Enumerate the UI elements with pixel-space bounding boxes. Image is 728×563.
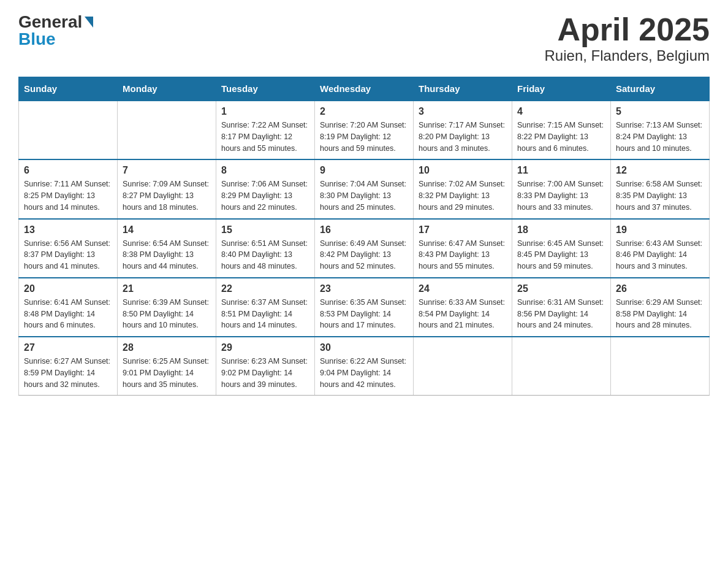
day-info: Sunrise: 7:17 AM Sunset: 8:20 PM Dayligh… bbox=[419, 120, 507, 154]
calendar-cell: 28Sunrise: 6:25 AM Sunset: 9:01 PM Dayli… bbox=[118, 337, 216, 396]
calendar-cell: 30Sunrise: 6:22 AM Sunset: 9:04 PM Dayli… bbox=[315, 337, 414, 396]
day-info: Sunrise: 6:25 AM Sunset: 9:01 PM Dayligh… bbox=[123, 356, 211, 390]
day-info: Sunrise: 6:45 AM Sunset: 8:45 PM Dayligh… bbox=[517, 238, 605, 272]
day-number: 6 bbox=[24, 165, 112, 176]
day-number: 1 bbox=[221, 106, 309, 117]
day-number: 13 bbox=[24, 224, 112, 236]
day-number: 22 bbox=[221, 283, 309, 294]
col-sunday: Sunday bbox=[19, 77, 118, 101]
day-number: 17 bbox=[419, 224, 507, 236]
calendar-cell: 19Sunrise: 6:43 AM Sunset: 8:46 PM Dayli… bbox=[611, 219, 710, 278]
calendar-cell bbox=[611, 337, 710, 396]
day-info: Sunrise: 6:47 AM Sunset: 8:43 PM Dayligh… bbox=[419, 238, 507, 272]
day-number: 12 bbox=[616, 165, 704, 176]
calendar-week-3: 13Sunrise: 6:56 AM Sunset: 8:37 PM Dayli… bbox=[19, 219, 710, 278]
day-number: 5 bbox=[616, 106, 704, 117]
day-info: Sunrise: 6:56 AM Sunset: 8:37 PM Dayligh… bbox=[24, 238, 112, 272]
calendar-cell: 16Sunrise: 6:49 AM Sunset: 8:42 PM Dayli… bbox=[315, 219, 414, 278]
col-wednesday: Wednesday bbox=[315, 77, 414, 101]
day-number: 9 bbox=[320, 165, 408, 176]
col-thursday: Thursday bbox=[414, 77, 512, 101]
day-info: Sunrise: 7:04 AM Sunset: 8:30 PM Dayligh… bbox=[320, 178, 408, 213]
day-number: 21 bbox=[123, 283, 211, 294]
day-info: Sunrise: 6:35 AM Sunset: 8:53 PM Dayligh… bbox=[320, 297, 408, 331]
col-saturday: Saturday bbox=[611, 77, 710, 101]
day-number: 25 bbox=[517, 283, 605, 294]
day-info: Sunrise: 7:09 AM Sunset: 8:27 PM Dayligh… bbox=[123, 178, 211, 213]
calendar-cell: 21Sunrise: 6:39 AM Sunset: 8:50 PM Dayli… bbox=[118, 278, 216, 337]
calendar-cell bbox=[118, 101, 216, 159]
col-friday: Friday bbox=[512, 77, 611, 101]
calendar-cell: 18Sunrise: 6:45 AM Sunset: 8:45 PM Dayli… bbox=[512, 219, 611, 278]
day-info: Sunrise: 6:22 AM Sunset: 9:04 PM Dayligh… bbox=[320, 356, 408, 390]
calendar-cell: 17Sunrise: 6:47 AM Sunset: 8:43 PM Dayli… bbox=[414, 219, 512, 278]
calendar-cell: 9Sunrise: 7:04 AM Sunset: 8:30 PM Daylig… bbox=[315, 159, 414, 218]
calendar-week-1: 1Sunrise: 7:22 AM Sunset: 8:17 PM Daylig… bbox=[19, 101, 710, 159]
day-number: 19 bbox=[616, 224, 704, 236]
day-number: 28 bbox=[123, 342, 211, 353]
calendar-cell: 3Sunrise: 7:17 AM Sunset: 8:20 PM Daylig… bbox=[414, 101, 512, 159]
day-info: Sunrise: 6:54 AM Sunset: 8:38 PM Dayligh… bbox=[123, 238, 211, 272]
calendar-cell: 13Sunrise: 6:56 AM Sunset: 8:37 PM Dayli… bbox=[19, 219, 118, 278]
day-number: 14 bbox=[123, 224, 211, 236]
day-number: 18 bbox=[517, 224, 605, 236]
calendar-cell: 5Sunrise: 7:13 AM Sunset: 8:24 PM Daylig… bbox=[611, 101, 710, 159]
calendar-week-4: 20Sunrise: 6:41 AM Sunset: 8:48 PM Dayli… bbox=[19, 278, 710, 337]
calendar-cell: 2Sunrise: 7:20 AM Sunset: 8:19 PM Daylig… bbox=[315, 101, 414, 159]
calendar-cell: 10Sunrise: 7:02 AM Sunset: 8:32 PM Dayli… bbox=[414, 159, 512, 218]
day-info: Sunrise: 6:27 AM Sunset: 8:59 PM Dayligh… bbox=[24, 356, 112, 390]
day-info: Sunrise: 7:20 AM Sunset: 8:19 PM Dayligh… bbox=[320, 120, 408, 154]
calendar-cell: 8Sunrise: 7:06 AM Sunset: 8:29 PM Daylig… bbox=[216, 159, 315, 218]
calendar-subtitle: Ruien, Flanders, Belgium bbox=[545, 47, 710, 64]
logo-blue-text: Blue bbox=[18, 29, 56, 49]
col-tuesday: Tuesday bbox=[216, 77, 315, 101]
calendar-cell: 6Sunrise: 7:11 AM Sunset: 8:25 PM Daylig… bbox=[19, 159, 118, 218]
day-number: 27 bbox=[24, 342, 112, 353]
calendar-cell: 25Sunrise: 6:31 AM Sunset: 8:56 PM Dayli… bbox=[512, 278, 611, 337]
day-number: 3 bbox=[419, 106, 507, 117]
day-number: 26 bbox=[616, 283, 704, 294]
day-number: 7 bbox=[123, 165, 211, 176]
day-number: 16 bbox=[320, 224, 408, 236]
day-number: 15 bbox=[221, 224, 309, 236]
day-info: Sunrise: 6:29 AM Sunset: 8:58 PM Dayligh… bbox=[616, 297, 704, 331]
calendar-cell: 22Sunrise: 6:37 AM Sunset: 8:51 PM Dayli… bbox=[216, 278, 315, 337]
day-info: Sunrise: 7:02 AM Sunset: 8:32 PM Dayligh… bbox=[419, 178, 507, 213]
day-info: Sunrise: 6:39 AM Sunset: 8:50 PM Dayligh… bbox=[123, 297, 211, 331]
title-block: April 2025 Ruien, Flanders, Belgium bbox=[545, 12, 710, 64]
day-number: 4 bbox=[517, 106, 605, 117]
calendar-cell: 15Sunrise: 6:51 AM Sunset: 8:40 PM Dayli… bbox=[216, 219, 315, 278]
calendar-cell: 27Sunrise: 6:27 AM Sunset: 8:59 PM Dayli… bbox=[19, 337, 118, 396]
day-info: Sunrise: 6:51 AM Sunset: 8:40 PM Dayligh… bbox=[221, 238, 309, 272]
day-number: 23 bbox=[320, 283, 408, 294]
calendar-cell: 26Sunrise: 6:29 AM Sunset: 8:58 PM Dayli… bbox=[611, 278, 710, 337]
calendar-cell: 23Sunrise: 6:35 AM Sunset: 8:53 PM Dayli… bbox=[315, 278, 414, 337]
calendar-cell bbox=[414, 337, 512, 396]
day-info: Sunrise: 7:15 AM Sunset: 8:22 PM Dayligh… bbox=[517, 120, 605, 154]
calendar-cell bbox=[512, 337, 611, 396]
day-number: 2 bbox=[320, 106, 408, 117]
day-info: Sunrise: 6:31 AM Sunset: 8:56 PM Dayligh… bbox=[517, 297, 605, 331]
calendar-table: Sunday Monday Tuesday Wednesday Thursday… bbox=[18, 77, 710, 396]
calendar-cell: 12Sunrise: 6:58 AM Sunset: 8:35 PM Dayli… bbox=[611, 159, 710, 218]
calendar-cell: 20Sunrise: 6:41 AM Sunset: 8:48 PM Dayli… bbox=[19, 278, 118, 337]
calendar-cell: 11Sunrise: 7:00 AM Sunset: 8:33 PM Dayli… bbox=[512, 159, 611, 218]
day-info: Sunrise: 6:58 AM Sunset: 8:35 PM Dayligh… bbox=[616, 178, 704, 213]
day-info: Sunrise: 7:13 AM Sunset: 8:24 PM Dayligh… bbox=[616, 120, 704, 154]
calendar-cell: 14Sunrise: 6:54 AM Sunset: 8:38 PM Dayli… bbox=[118, 219, 216, 278]
calendar-cell: 24Sunrise: 6:33 AM Sunset: 8:54 PM Dayli… bbox=[414, 278, 512, 337]
col-monday: Monday bbox=[118, 77, 216, 101]
calendar-header-row: Sunday Monday Tuesday Wednesday Thursday… bbox=[19, 77, 710, 101]
day-info: Sunrise: 7:11 AM Sunset: 8:25 PM Dayligh… bbox=[24, 178, 112, 213]
day-number: 24 bbox=[419, 283, 507, 294]
calendar-cell: 29Sunrise: 6:23 AM Sunset: 9:02 PM Dayli… bbox=[216, 337, 315, 396]
day-info: Sunrise: 7:06 AM Sunset: 8:29 PM Dayligh… bbox=[221, 178, 309, 213]
day-number: 20 bbox=[24, 283, 112, 294]
calendar-cell: 4Sunrise: 7:15 AM Sunset: 8:22 PM Daylig… bbox=[512, 101, 611, 159]
day-info: Sunrise: 6:41 AM Sunset: 8:48 PM Dayligh… bbox=[24, 297, 112, 331]
logo-arrow-icon bbox=[85, 17, 93, 28]
day-info: Sunrise: 6:23 AM Sunset: 9:02 PM Dayligh… bbox=[221, 356, 309, 390]
calendar-week-5: 27Sunrise: 6:27 AM Sunset: 8:59 PM Dayli… bbox=[19, 337, 710, 396]
day-info: Sunrise: 6:49 AM Sunset: 8:42 PM Dayligh… bbox=[320, 238, 408, 272]
day-info: Sunrise: 6:43 AM Sunset: 8:46 PM Dayligh… bbox=[616, 238, 704, 272]
